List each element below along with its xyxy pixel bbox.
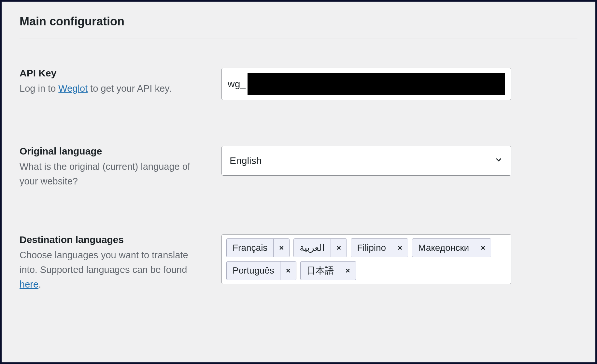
language-tag: العربية× [293,238,347,257]
original-language-label-col: Original language What is the original (… [20,146,221,189]
remove-tag-icon[interactable]: × [340,262,356,280]
original-language-select[interactable]: English [221,146,511,176]
language-tag-label: 日本語 [301,262,340,280]
original-language-row: Original language What is the original (… [20,146,577,189]
destination-languages-tags[interactable]: Français×العربية×Filipino×Македонски×Por… [221,234,511,284]
section-title: Main configuration [20,15,577,38]
remove-tag-icon[interactable]: × [331,239,347,257]
api-key-desc: Log in to Weglot to get your API key. [20,81,208,96]
language-tag: Français× [226,238,290,257]
remove-tag-icon[interactable]: × [392,239,408,257]
api-key-input-col: wg_ [221,68,577,100]
weglot-link[interactable]: Weglot [58,83,88,94]
api-key-input[interactable]: wg_ [221,68,511,100]
language-tag-label: Filipino [351,239,392,257]
language-tag-label: Français [227,239,274,257]
original-language-input-col: English [221,146,577,176]
api-key-redacted [248,73,505,95]
language-tag: 日本語× [300,261,356,280]
original-language-desc: What is the original (current) language … [20,159,208,189]
api-key-label: API Key [20,68,208,79]
language-tag-label: Македонски [412,239,475,257]
api-key-label-col: API Key Log in to Weglot to get your API… [20,68,221,96]
remove-tag-icon[interactable]: × [274,239,289,257]
api-key-row: API Key Log in to Weglot to get your API… [20,68,577,100]
destination-languages-input-col: Français×العربية×Filipino×Македонски×Por… [221,234,577,284]
original-language-label: Original language [20,146,208,157]
api-key-prefix: wg_ [228,78,246,89]
language-tag-label: Português [227,262,280,280]
destination-languages-desc-before: Choose languages you want to translate i… [20,250,188,275]
supported-languages-link[interactable]: here [20,279,38,290]
destination-languages-label-col: Destination languages Choose languages y… [20,234,221,292]
destination-languages-row: Destination languages Choose languages y… [20,234,577,292]
destination-languages-desc-after: . [38,279,41,290]
original-language-selected: English [230,155,262,166]
remove-tag-icon[interactable]: × [475,239,491,257]
api-key-desc-after: to get your API key. [88,83,171,94]
remove-tag-icon[interactable]: × [280,262,296,280]
destination-languages-desc: Choose languages you want to translate i… [20,248,208,292]
language-tag: Filipino× [351,238,408,257]
chevron-down-icon [494,155,503,167]
language-tag: Македонски× [412,238,491,257]
destination-languages-label: Destination languages [20,234,208,245]
language-tag-label: العربية [294,239,331,257]
language-tag: Português× [226,261,296,280]
api-key-desc-before: Log in to [20,83,58,94]
